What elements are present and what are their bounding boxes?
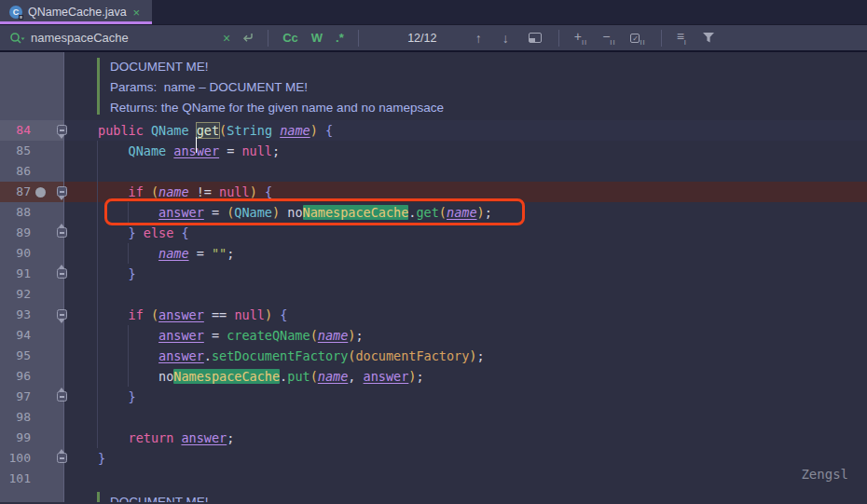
- fold-start-icon[interactable]: [57, 186, 67, 197]
- line-number: 86: [0, 161, 31, 182]
- code-text[interactable]: if (answer == null) {: [64, 305, 867, 325]
- line-number: 88: [0, 202, 31, 223]
- line-number: 90: [0, 243, 31, 264]
- code-text[interactable]: if (name != null) {: [64, 182, 867, 202]
- remove-occurrence-icon[interactable]: −II: [595, 29, 623, 47]
- editor[interactable]: DOCUMENT ME! Params: name – DOCUMENT ME!…: [0, 52, 867, 502]
- search-icon[interactable]: [9, 32, 25, 45]
- line-number: 94: [0, 325, 31, 346]
- code-text[interactable]: noNamespaceCache.put(name, answer);: [64, 366, 867, 387]
- code-text[interactable]: }: [64, 387, 867, 407]
- gutter-cell[interactable]: 85: [0, 141, 64, 161]
- doc-line: Returns: the QName for the given name an…: [110, 98, 867, 118]
- select-all-occurrences-icon[interactable]: ✓II: [623, 29, 653, 47]
- code-text[interactable]: answer = (QName) noNamespaceCache.get(na…: [64, 202, 867, 223]
- doc-line: DOCUMENT ME!: [110, 492, 867, 502]
- editor-rows: 84 public QName get(String name) {85 QNa…: [0, 120, 867, 489]
- filter-icon[interactable]: [695, 32, 722, 44]
- gutter-cell[interactable]: 101: [0, 469, 64, 489]
- line-number: 99: [0, 428, 31, 448]
- code-text[interactable]: answer.setDocumentFactory(documentFactor…: [64, 346, 867, 366]
- code-text[interactable]: name = "";: [64, 243, 867, 264]
- code-text[interactable]: public QName get(String name) {: [64, 120, 867, 141]
- fold-start-icon[interactable]: [57, 125, 67, 135]
- fold-end-icon[interactable]: [57, 268, 67, 279]
- next-occurrence-icon[interactable]: ↓: [492, 31, 519, 46]
- code-line-101: 101: [0, 469, 867, 489]
- gutter-cell[interactable]: 94: [0, 325, 64, 346]
- code-text[interactable]: [64, 161, 867, 182]
- line-number: 100: [0, 448, 31, 469]
- indent-guide: [97, 141, 98, 448]
- code-text[interactable]: [64, 407, 867, 428]
- line-number: 98: [0, 407, 31, 428]
- gutter-cell[interactable]: 89: [0, 223, 64, 243]
- code-line-90: 90 name = "";: [0, 243, 867, 264]
- code-text[interactable]: [64, 284, 867, 305]
- gutter-cell[interactable]: 87: [0, 182, 64, 202]
- code-line-92: 92: [0, 284, 867, 305]
- gutter-cell[interactable]: [0, 52, 64, 120]
- gutter-cell[interactable]: 100: [0, 448, 64, 469]
- code-line-96: 96 noNamespaceCache.put(name, answer);: [0, 366, 867, 387]
- line-number: 101: [0, 469, 31, 489]
- code-text[interactable]: answer = createQName(name);: [64, 325, 867, 346]
- gutter-cell[interactable]: 98: [0, 407, 64, 428]
- gutter-cell[interactable]: 95: [0, 346, 64, 366]
- add-occurrence-icon[interactable]: +II: [567, 29, 595, 47]
- code-text[interactable]: return answer;: [64, 428, 867, 448]
- divider: [661, 30, 662, 47]
- previous-occurrence-icon[interactable]: ↑: [465, 31, 492, 46]
- code-text[interactable]: } else {: [64, 223, 867, 243]
- gutter-cell[interactable]: 90: [0, 243, 64, 264]
- watermark: Zengsl: [801, 467, 848, 482]
- line-number: 96: [0, 366, 31, 387]
- tab-label: QNameCache.java: [28, 6, 127, 19]
- gutter-cell[interactable]: 96: [0, 366, 64, 387]
- gutter-cell[interactable]: 97: [0, 387, 64, 407]
- fold-end-icon[interactable]: [57, 391, 67, 402]
- code-line-89: 89 } else {: [0, 223, 867, 243]
- code-text[interactable]: }: [64, 264, 867, 284]
- tab-qnamecache-java[interactable]: C QNameCache.java ×: [0, 0, 152, 24]
- code-line-88: 88 answer = (QName) noNamespaceCache.get…: [0, 202, 867, 223]
- gutter-cell[interactable]: 99: [0, 428, 64, 448]
- gutter-cell[interactable]: 92: [0, 284, 64, 305]
- regex-toggle[interactable]: .*: [329, 31, 351, 45]
- words-toggle[interactable]: W: [305, 31, 329, 45]
- match-case-toggle[interactable]: Cc: [276, 31, 305, 45]
- code-line-93: 93 if (answer == null) {: [0, 305, 867, 325]
- tab-close-icon[interactable]: ×: [132, 7, 142, 19]
- breakpoint-icon[interactable]: [35, 187, 46, 198]
- code-line-91: 91 }: [0, 264, 867, 284]
- fold-start-icon[interactable]: [57, 309, 67, 320]
- code-text[interactable]: QName answer = null;: [64, 141, 867, 161]
- gutter-cell[interactable]: 86: [0, 161, 64, 182]
- fold-end-icon[interactable]: [57, 453, 67, 463]
- gutter-cell[interactable]: 91: [0, 264, 64, 284]
- search-options-icon[interactable]: ≡I: [669, 29, 695, 47]
- ide-window: C QNameCache.java × × Cc W .*: [0, 0, 867, 504]
- code-line-87: 87 if (name != null) {: [0, 182, 867, 202]
- code-text[interactable]: [64, 469, 867, 489]
- gutter-cell[interactable]: 93: [0, 305, 64, 325]
- gutter-cell[interactable]: 84: [0, 120, 64, 141]
- gutter-cell[interactable]: [0, 489, 64, 502]
- line-number: 95: [0, 346, 31, 366]
- open-in-find-window-icon[interactable]: [529, 33, 542, 43]
- fold-end-icon[interactable]: [57, 227, 67, 238]
- gutter-cell[interactable]: 88: [0, 202, 64, 223]
- line-number: 89: [0, 223, 31, 243]
- line-number: 84: [0, 120, 31, 141]
- editor-tab-bar: C QNameCache.java ×: [0, 0, 867, 25]
- code-line-86: 86: [0, 161, 867, 182]
- code-line-99: 99 return answer;: [0, 428, 867, 448]
- search-input[interactable]: [31, 31, 217, 45]
- newline-icon[interactable]: [236, 32, 260, 44]
- match-count: 12/12: [392, 32, 452, 45]
- clear-search-icon[interactable]: ×: [217, 31, 236, 46]
- indent-guide: [128, 243, 129, 264]
- code-text[interactable]: }: [64, 448, 867, 469]
- rendered-doc-comment: DOCUMENT ME! Params: name – DOCUMENT ME!…: [0, 52, 867, 120]
- active-tab-underline: [0, 21, 152, 24]
